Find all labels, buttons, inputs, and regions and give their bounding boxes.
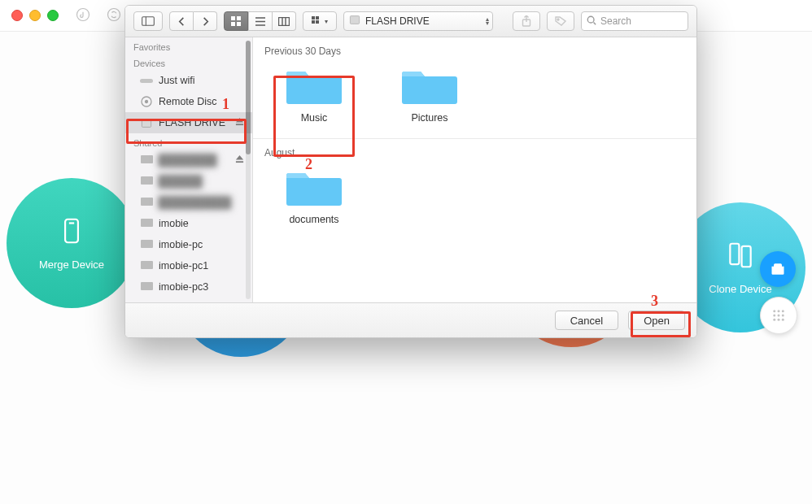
svg-point-8 [778, 310, 780, 312]
sidebar-item-remote-disc[interactable]: Remote Disc [125, 91, 252, 112]
cancel-button[interactable]: Cancel [555, 311, 618, 330]
shared-header: Shared [125, 133, 252, 150]
sidebar-item-flash-drive[interactable]: FLASH DRIVE [125, 112, 252, 133]
drive-icon [140, 118, 153, 128]
sidebar-item-label: ██████ [159, 176, 202, 187]
dialog-sidebar: Favorites Devices Just wifi Remote Disc … [125, 37, 253, 302]
svg-rect-40 [141, 240, 153, 248]
svg-rect-16 [142, 17, 155, 26]
toolbox-icon[interactable] [760, 251, 796, 287]
drive-icon [349, 15, 360, 28]
svg-rect-33 [142, 119, 151, 127]
sidebar-item-shared-2[interactable]: ██████ [125, 171, 252, 192]
sidebar-scrollbar-thumb[interactable] [246, 41, 251, 154]
svg-point-29 [587, 16, 594, 23]
svg-rect-39 [141, 219, 153, 227]
minimize-window-button[interactable] [29, 10, 41, 21]
location-dropdown[interactable]: FLASH DRIVE ▴▾ [343, 11, 493, 31]
svg-rect-20 [237, 22, 241, 26]
svg-rect-19 [231, 22, 235, 26]
svg-point-28 [557, 19, 559, 20]
svg-point-15 [782, 319, 784, 321]
location-label: FLASH DRIVE [365, 15, 430, 27]
monitor-icon [140, 261, 153, 271]
open-button[interactable]: Open [628, 311, 685, 330]
eject-icon[interactable] [235, 154, 244, 166]
folder-documents[interactable]: documents [276, 167, 352, 225]
svg-rect-17 [231, 16, 235, 20]
back-button[interactable] [169, 11, 194, 31]
share-button[interactable] [513, 11, 540, 31]
app-toolbar-icons [75, 7, 122, 25]
svg-rect-34 [236, 124, 243, 125]
list-view-button[interactable] [248, 11, 273, 31]
section-previous-30-days: Previous 30 Days [253, 37, 696, 62]
sidebar-item-label: FLASH DRIVE [159, 117, 225, 128]
maximize-window-button[interactable] [47, 10, 59, 21]
right-side-icons [760, 251, 797, 334]
sidebar-item-label: ████████ [159, 154, 216, 166]
column-view-button[interactable] [273, 11, 296, 31]
sidebar-item-just-wifi[interactable]: Just wifi [125, 70, 252, 91]
sidebar-item-imobie-pc1[interactable]: imobie-pc1 [125, 255, 252, 276]
svg-rect-37 [141, 176, 153, 185]
eject-icon[interactable] [235, 117, 244, 128]
svg-rect-42 [141, 282, 153, 290]
svg-rect-25 [316, 20, 319, 24]
cancel-label: Cancel [570, 315, 603, 327]
tags-button[interactable] [547, 11, 574, 31]
svg-point-1 [108, 8, 120, 20]
music-note-icon[interactable] [75, 7, 91, 25]
folder-label: Pictures [411, 112, 447, 124]
timecapsule-icon [140, 76, 153, 85]
folder-label: Music [301, 112, 328, 124]
folder-icon [401, 65, 458, 106]
sidebar-item-imobie-pc3[interactable]: imobie-pc3 [125, 276, 252, 298]
svg-point-13 [773, 319, 775, 321]
svg-rect-36 [236, 161, 243, 163]
monitor-icon [140, 155, 153, 165]
svg-rect-41 [141, 261, 153, 269]
dialog-content: Previous 30 Days Music Pictures August [253, 37, 696, 302]
sidebar-item-label: imobie-pc1 [159, 260, 208, 272]
svg-point-14 [778, 319, 780, 321]
open-label: Open [644, 315, 670, 327]
sidebar-item-label: imobie [159, 218, 189, 229]
nav-buttons [169, 11, 217, 31]
svg-point-11 [778, 315, 780, 317]
folder-pictures[interactable]: Pictures [391, 65, 468, 124]
folder-icon [286, 167, 343, 207]
refresh-icon[interactable] [106, 7, 122, 25]
svg-rect-24 [312, 20, 315, 24]
window-traffic-lights [11, 10, 59, 21]
view-buttons [224, 11, 296, 31]
svg-rect-22 [312, 16, 315, 20]
monitor-icon [140, 176, 153, 186]
sidebar-item-imobie[interactable]: imobie [125, 213, 252, 234]
sidebar-item-imobie-pc[interactable]: imobie-pc [125, 234, 252, 255]
sidebar-item-label: imobie-pc [159, 239, 203, 250]
forward-button[interactable] [194, 11, 217, 31]
monitor-icon [140, 240, 153, 250]
svg-rect-21 [279, 17, 290, 25]
sidebar-toggle-button[interactable] [133, 11, 163, 31]
disc-icon [140, 97, 153, 106]
folder-music[interactable]: Music [276, 65, 352, 124]
svg-rect-6 [742, 246, 751, 267]
sidebar-item-shared-3[interactable]: ██████████ [125, 192, 252, 213]
svg-point-7 [773, 310, 775, 312]
merge-device-circle[interactable]: Merge Device [7, 178, 137, 308]
grid-icon[interactable] [760, 297, 797, 334]
svg-rect-30 [140, 79, 153, 83]
merge-label: Merge Device [39, 259, 104, 271]
search-icon [587, 15, 596, 28]
svg-rect-38 [141, 198, 153, 206]
search-placeholder: Search [600, 15, 631, 27]
sidebar-item-label: Remote Disc [159, 96, 217, 107]
arrange-button[interactable]: ▾ [303, 11, 337, 31]
search-input[interactable]: Search [581, 11, 688, 31]
dialog-footer: Cancel Open [125, 302, 696, 337]
close-window-button[interactable] [11, 10, 23, 21]
sidebar-item-shared-1[interactable]: ████████ [125, 150, 252, 171]
icon-view-button[interactable] [224, 11, 248, 31]
